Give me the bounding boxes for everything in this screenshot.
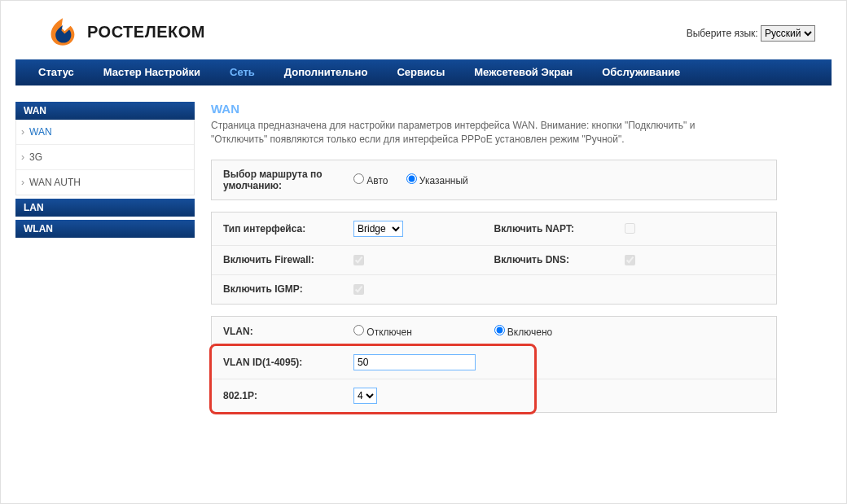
nav-firewall[interactable]: Межсетевой Экран — [459, 59, 587, 85]
iface-igmp-label: Включить IGMP: — [223, 283, 353, 295]
nav-advanced[interactable]: Дополнительно — [270, 59, 383, 85]
route-specified-radio[interactable] — [406, 173, 417, 184]
route-specified-option[interactable]: Указанный — [406, 173, 468, 186]
sidebar-item-wan-auth[interactable]: WAN AUTH — [16, 169, 194, 195]
page-title: WAN — [211, 102, 832, 116]
block-default-route: Выбор маршрута по умолчанию: Авто Указан… — [211, 160, 777, 200]
block-vlan: VLAN: Отключен Включено — [211, 316, 777, 413]
nav-services[interactable]: Сервисы — [382, 59, 459, 85]
brand-logo-icon — [46, 15, 79, 48]
content: WAN Страница предназначена для настройки… — [211, 102, 832, 424]
language-picker: Выберите язык: РусскийEnglish — [687, 25, 815, 42]
sidebar-item-wan[interactable]: WAN — [16, 120, 194, 144]
page-desc: Страница предназначена для настройки пар… — [211, 119, 732, 147]
brand-name: РОСТЕЛЕКОМ — [87, 23, 205, 42]
language-label: Выберите язык: — [687, 28, 758, 39]
vlan-8021p-select[interactable]: 01234567 — [353, 388, 377, 404]
iface-napt-label: Включить NAPT: — [494, 223, 625, 234]
route-auto-radio[interactable] — [353, 173, 364, 184]
iface-fw-label: Включить Firewall: — [223, 254, 353, 265]
iface-dns-label: Включить DNS: — [494, 254, 625, 265]
vlan-id-input[interactable] — [353, 354, 476, 370]
sidebar: WAN WAN 3G WAN AUTH LAN WLAN — [15, 102, 195, 424]
vlan-on-radio[interactable] — [494, 325, 505, 335]
iface-igmp-checkbox[interactable] — [353, 284, 364, 295]
sidebar-list-wan: WAN 3G WAN AUTH — [15, 120, 195, 195]
iface-type-label: Тип интерфейса: — [223, 223, 353, 234]
sidebar-group-lan[interactable]: LAN — [15, 199, 195, 217]
vlan-highlight-box: VLAN ID(1-4095): 802.1P: 01234567 — [212, 346, 776, 412]
sidebar-item-3g[interactable]: 3G — [16, 144, 194, 169]
vlan-8021p-label: 802.1P: — [223, 390, 353, 401]
language-select[interactable]: РусскийEnglish — [761, 25, 815, 42]
header: РОСТЕЛЕКОМ Выберите язык: РусскийEnglish — [15, 1, 832, 59]
vlan-on-option[interactable]: Включено — [494, 325, 553, 338]
route-value: Авто Указанный — [353, 173, 765, 186]
route-label: Выбор маршрута по умолчанию: — [223, 169, 353, 191]
vlan-id-label: VLAN ID(1-4095): — [223, 357, 353, 368]
vlan-off-radio[interactable] — [353, 325, 364, 335]
iface-fw-checkbox[interactable] — [353, 255, 364, 265]
route-auto-option[interactable]: Авто — [353, 173, 388, 186]
vlan-on-label: Включено — [507, 327, 552, 338]
iface-type-select[interactable]: BridgeIPoEPPPoE — [353, 221, 403, 237]
route-auto-label: Авто — [366, 175, 388, 186]
main-nav: Статус Мастер Настройки Сеть Дополнитель… — [15, 59, 832, 85]
sidebar-group-wan[interactable]: WAN — [15, 102, 195, 120]
nav-status[interactable]: Статус — [24, 59, 89, 85]
block-interface: Тип интерфейса: BridgeIPoEPPPoE Включить… — [211, 212, 777, 305]
app-frame: РОСТЕЛЕКОМ Выберите язык: РусскийEnglish… — [0, 0, 847, 504]
iface-napt-checkbox[interactable] — [625, 223, 635, 234]
nav-maint[interactable]: Обслуживание — [587, 59, 695, 85]
vlan-off-option[interactable]: Отключен — [353, 325, 412, 338]
vlan-label: VLAN: — [223, 326, 353, 337]
vlan-off-label: Отключен — [366, 327, 412, 338]
sidebar-group-wlan[interactable]: WLAN — [15, 220, 195, 238]
nav-network[interactable]: Сеть — [215, 59, 270, 85]
route-specified-label: Указанный — [419, 175, 468, 186]
iface-dns-checkbox[interactable] — [625, 255, 635, 265]
nav-wizard[interactable]: Мастер Настройки — [89, 59, 215, 85]
